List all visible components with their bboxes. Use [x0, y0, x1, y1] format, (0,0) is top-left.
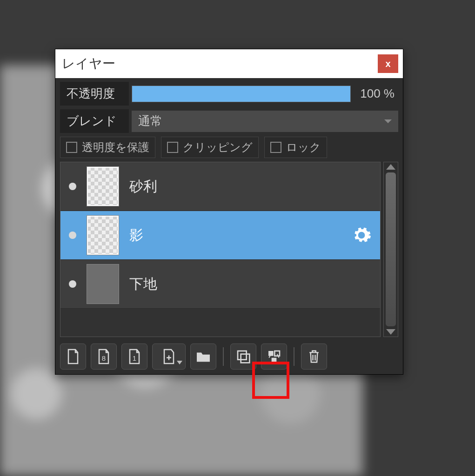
layer-thumbnail[interactable]	[87, 264, 119, 304]
chevron-down-icon	[384, 119, 392, 123]
layer-row[interactable]: 影	[60, 211, 380, 260]
panel-titlebar[interactable]: レイヤー x	[55, 49, 403, 78]
svg-rect-5	[274, 351, 280, 356]
layers-panel: レイヤー x 不透明度 100 % ブレンド 通常 透明度を保護	[55, 49, 403, 375]
protect-alpha-label: 透明度を保護	[82, 140, 149, 155]
new-folder-button[interactable]	[190, 344, 216, 370]
toolbar-separator	[223, 347, 224, 366]
layer-thumbnail[interactable]	[87, 166, 119, 206]
layer-name: 砂利	[129, 177, 375, 196]
merge-layer-button[interactable]	[261, 344, 287, 370]
layers-empty-area	[60, 309, 380, 337]
opacity-slider[interactable]	[132, 86, 351, 102]
lock-label: ロック	[286, 140, 321, 155]
close-icon: x	[385, 59, 390, 69]
layers-toolbar: 8 1	[60, 337, 398, 370]
layers-scrollbar[interactable]	[383, 162, 398, 337]
lock-checkbox[interactable]: ロック	[264, 137, 327, 158]
visibility-toggle[interactable]	[69, 280, 76, 288]
clipping-label: クリッピング	[183, 140, 253, 155]
clipping-checkbox[interactable]: クリッピング	[161, 137, 259, 158]
layer-row[interactable]: 下地	[60, 260, 380, 309]
scroll-thumb[interactable]	[386, 172, 396, 326]
new-layer-8-button[interactable]: 8	[91, 344, 117, 370]
layer-thumbnail[interactable]	[87, 215, 119, 255]
blend-mode-value: 通常	[138, 113, 162, 129]
new-layer-button[interactable]	[60, 344, 86, 370]
checkbox-icon	[167, 142, 178, 153]
gear-icon[interactable]	[351, 225, 372, 245]
scroll-up-icon[interactable]	[386, 164, 395, 170]
svg-rect-4	[268, 351, 274, 356]
visibility-toggle[interactable]	[69, 231, 76, 239]
add-special-layer-button[interactable]	[152, 344, 186, 370]
layer-name: 下地	[129, 275, 375, 294]
chevron-down-icon	[177, 361, 182, 364]
layer-name: 影	[129, 226, 341, 245]
toolbar-separator	[294, 347, 294, 366]
svg-text:8: 8	[102, 354, 106, 362]
blend-mode-select[interactable]: 通常	[132, 111, 398, 132]
layer-row[interactable]: 砂利	[60, 162, 380, 211]
delete-layer-button[interactable]	[301, 344, 327, 370]
svg-rect-2	[238, 351, 247, 360]
svg-rect-6	[272, 358, 277, 363]
close-button[interactable]: x	[378, 54, 398, 73]
layers-list: 砂利 影 下地	[60, 162, 381, 337]
opacity-label: 不透明度	[60, 82, 129, 106]
visibility-toggle[interactable]	[69, 183, 76, 190]
svg-rect-3	[241, 354, 250, 363]
checkbox-icon	[66, 142, 77, 153]
new-layer-1-button[interactable]: 1	[121, 344, 147, 370]
checkbox-icon	[270, 142, 281, 153]
scroll-down-icon[interactable]	[386, 329, 395, 335]
panel-title: レイヤー	[62, 55, 115, 73]
svg-text:1: 1	[133, 354, 136, 362]
blend-label: ブレンド	[60, 109, 129, 133]
duplicate-layer-button[interactable]	[230, 344, 256, 370]
protect-alpha-checkbox[interactable]: 透明度を保護	[60, 137, 155, 158]
opacity-value: 100 %	[354, 86, 398, 101]
